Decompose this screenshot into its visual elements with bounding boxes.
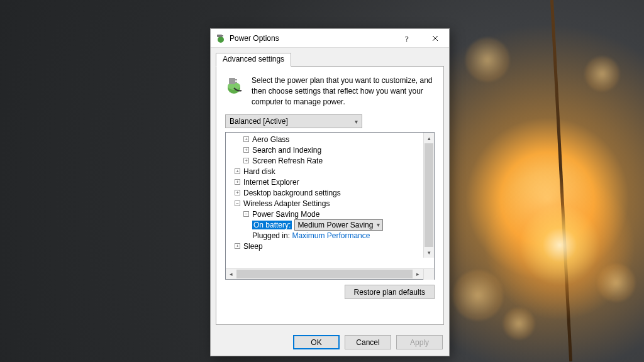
svg-rect-6 xyxy=(229,78,235,84)
tree-item-wireless-adapter[interactable]: −Wireless Adapter Settings xyxy=(226,198,434,209)
wallpaper-decor xyxy=(465,38,509,82)
expand-icon[interactable]: + xyxy=(235,190,240,195)
power-options-icon xyxy=(216,33,226,43)
power-options-dialog: Power Options ? Advanced settings xyxy=(210,28,450,356)
restore-plan-defaults-button[interactable]: Restore plan defaults xyxy=(345,285,435,299)
svg-point-0 xyxy=(218,36,224,43)
tree-item-search-indexing[interactable]: +Search and Indexing xyxy=(226,145,434,155)
horizontal-track[interactable] xyxy=(236,269,413,279)
desktop-wallpaper: Power Options ? Advanced settings xyxy=(0,0,644,362)
chevron-down-icon: ▾ xyxy=(377,221,380,228)
svg-rect-1 xyxy=(217,35,222,37)
svg-rect-7 xyxy=(235,79,237,80)
tree-item-sleep[interactable]: +Sleep xyxy=(226,241,434,251)
wallpaper-decor xyxy=(597,264,635,302)
tree-item-power-saving-mode[interactable]: −Power Saving Mode xyxy=(226,209,434,219)
scroll-down-arrow[interactable]: ▾ xyxy=(424,247,434,258)
tree-item-plugged-in[interactable]: Plugged in: Maximum Performance xyxy=(226,230,434,241)
expand-icon[interactable]: + xyxy=(243,147,249,153)
intro-text: Select the power plan that you want to c… xyxy=(252,75,435,107)
tab-advanced-settings[interactable]: Advanced settings xyxy=(216,53,291,67)
collapse-icon[interactable]: − xyxy=(235,200,240,206)
cancel-button[interactable]: Cancel xyxy=(345,335,391,349)
scroll-up-arrow[interactable]: ▴ xyxy=(424,133,434,143)
wallpaper-decor xyxy=(503,308,535,339)
power-plan-dropdown[interactable]: Balanced [Active] ▾ xyxy=(225,114,362,128)
tree-item-on-battery[interactable]: On battery: Medium Power Saving ▾ xyxy=(226,219,434,230)
on-battery-label: On battery: xyxy=(252,221,292,229)
horizontal-scrollbar[interactable]: ◂ ▸ xyxy=(226,268,434,279)
tree-item-hard-disk[interactable]: +Hard disk xyxy=(226,166,434,177)
wallpaper-decor xyxy=(453,270,503,321)
tree-item-aero-glass[interactable]: +Aero Glass xyxy=(226,134,434,145)
on-battery-value: Medium Power Saving xyxy=(297,221,373,229)
svg-rect-8 xyxy=(235,82,237,83)
tree-item-desktop-bg[interactable]: +Desktop background settings xyxy=(226,187,434,198)
plugged-in-value[interactable]: Maximum Performance xyxy=(292,231,370,240)
svg-text:?: ? xyxy=(405,34,409,43)
expand-icon[interactable]: + xyxy=(235,243,240,249)
expand-icon[interactable]: + xyxy=(243,158,249,163)
expand-icon[interactable]: + xyxy=(243,136,249,142)
window-title: Power Options xyxy=(230,34,279,43)
wallpaper-decor xyxy=(585,57,619,91)
tree-viewport: +Aero Glass +Search and Indexing +Screen… xyxy=(226,133,434,268)
tab-strip: Advanced settings xyxy=(216,53,444,67)
tree-item-internet-explorer[interactable]: +Internet Explorer xyxy=(226,177,434,187)
tab-panel: Select the power plan that you want to c… xyxy=(216,67,444,325)
vertical-scrollbar[interactable]: ▴ ▾ xyxy=(423,133,434,258)
scroll-corner xyxy=(423,269,434,280)
ok-button[interactable]: OK xyxy=(293,335,340,349)
scroll-right-arrow[interactable]: ▸ xyxy=(413,269,423,280)
chevron-down-icon: ▾ xyxy=(355,118,358,125)
horizontal-scroll-thumb[interactable] xyxy=(236,270,413,278)
on-battery-dropdown[interactable]: Medium Power Saving ▾ xyxy=(294,219,383,231)
power-plan-selected: Balanced [Active] xyxy=(230,117,288,126)
tree-item-screen-refresh[interactable]: +Screen Refresh Rate xyxy=(226,155,434,166)
collapse-icon[interactable]: − xyxy=(243,211,249,217)
settings-tree: +Aero Glass +Search and Indexing +Screen… xyxy=(225,132,435,280)
scroll-left-arrow[interactable]: ◂ xyxy=(226,269,236,280)
vertical-scroll-thumb[interactable] xyxy=(425,143,433,247)
titlebar[interactable]: Power Options ? xyxy=(211,29,449,48)
intro-block: Select the power plan that you want to c… xyxy=(225,75,435,107)
apply-button: Apply xyxy=(396,335,443,349)
close-button[interactable] xyxy=(421,29,449,48)
expand-icon[interactable]: + xyxy=(235,179,240,185)
expand-icon[interactable]: + xyxy=(235,168,240,174)
help-button[interactable]: ? xyxy=(394,29,421,48)
battery-plug-icon xyxy=(225,75,245,96)
wallpaper-decor xyxy=(550,0,572,361)
svg-rect-2 xyxy=(222,35,223,36)
dialog-footer: OK Cancel Apply xyxy=(211,330,449,356)
plugged-in-label: Plugged in: xyxy=(252,231,290,240)
